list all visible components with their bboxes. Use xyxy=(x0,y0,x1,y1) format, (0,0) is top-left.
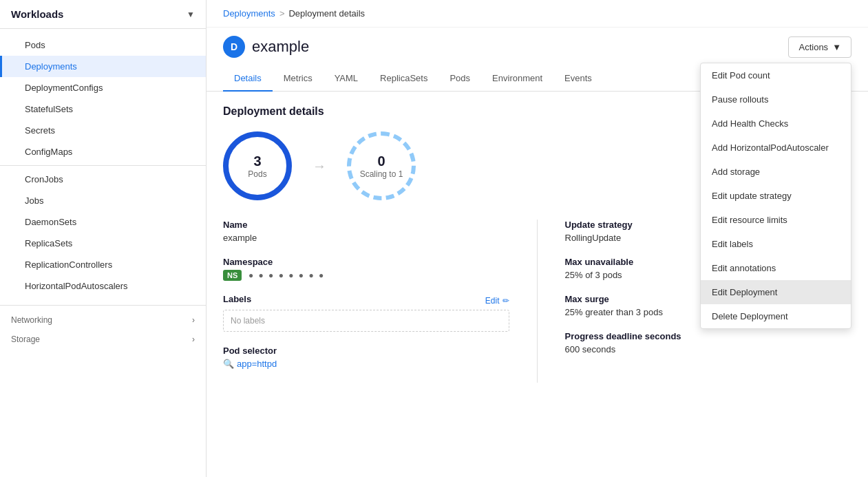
tab-details[interactable]: Details xyxy=(223,66,273,92)
dropdown-edit-annotations[interactable]: Edit annotations xyxy=(701,256,851,280)
details-left-column: Name example Namespace NS ● ● ● ● ● ● ● … xyxy=(223,220,538,383)
actions-wrapper: Actions ▼ Edit Pod count Pause rollouts … xyxy=(788,36,851,58)
progress-deadline-label: Progress deadline seconds xyxy=(565,331,852,341)
namespace-detail: Namespace NS ● ● ● ● ● ● ● ● xyxy=(223,257,509,280)
sidebar-item-deploymentconfigs[interactable]: DeploymentConfigs xyxy=(0,77,206,98)
dropdown-add-health-checks[interactable]: Add Health Checks xyxy=(701,112,851,136)
namespace-label: Namespace xyxy=(223,257,509,267)
sidebar-divider xyxy=(0,165,206,166)
namespace-text: ● ● ● ● ● ● ● ● xyxy=(248,271,325,280)
sidebar-networking-group[interactable]: Networking › xyxy=(0,308,206,328)
dropdown-edit-update-strategy[interactable]: Edit update strategy xyxy=(701,184,851,208)
dropdown-add-hpa[interactable]: Add HorizontalPodAutoscaler xyxy=(701,136,851,160)
name-value: example xyxy=(223,233,509,243)
sidebar-nav: Pods Deployments DeploymentConfigs State… xyxy=(0,29,206,302)
labels-detail: Labels Edit ✏ No labels xyxy=(223,294,509,332)
page-title: example xyxy=(252,38,309,56)
name-detail: Name example xyxy=(223,220,509,243)
tab-environment[interactable]: Environment xyxy=(481,66,553,92)
sidebar-item-statefulsets[interactable]: StatefulSets xyxy=(0,98,206,120)
name-label: Name xyxy=(223,220,509,230)
deployment-icon: D xyxy=(223,36,245,58)
sidebar-item-deployments[interactable]: Deployments xyxy=(0,56,206,77)
target-pods-circle: 0 Scaling to 1 xyxy=(347,131,416,200)
current-pods-number: 3 xyxy=(248,153,266,169)
tab-pods[interactable]: Pods xyxy=(438,66,481,92)
sidebar-item-hpa[interactable]: HorizontalPodAutoscalers xyxy=(0,275,206,297)
progress-deadline-detail: Progress deadline seconds 600 seconds xyxy=(565,331,852,354)
sidebar-item-replicationcontrollers[interactable]: ReplicationControllers xyxy=(0,254,206,275)
tab-events[interactable]: Events xyxy=(553,66,603,92)
sidebar-item-configmaps[interactable]: ConfigMaps xyxy=(0,141,206,162)
namespace-badge: NS xyxy=(223,270,242,281)
breadcrumb: Deployments > Deployment details xyxy=(207,0,868,28)
sidebar-storage-group[interactable]: Storage › xyxy=(0,328,206,347)
labels-empty-box: No labels xyxy=(223,310,509,332)
chevron-right-icon: › xyxy=(192,315,195,325)
tab-metrics[interactable]: Metrics xyxy=(273,66,324,92)
dropdown-edit-resource-limits[interactable]: Edit resource limits xyxy=(701,208,851,232)
breadcrumb-separator: > xyxy=(279,8,285,19)
current-pods-label: Pods xyxy=(248,169,266,179)
sidebar: Workloads ▼ Pods Deployments DeploymentC… xyxy=(0,0,207,477)
labels-label: Labels xyxy=(223,294,251,304)
tab-yaml[interactable]: YAML xyxy=(324,66,369,92)
breadcrumb-parent-link[interactable]: Deployments xyxy=(223,8,275,19)
namespace-value: NS ● ● ● ● ● ● ● ● xyxy=(223,270,509,280)
target-pods-number: 0 xyxy=(360,153,403,169)
current-pods-ring: 3 Pods xyxy=(223,131,292,200)
arrow-right-icon: → xyxy=(313,158,326,174)
sidebar-workloads-header[interactable]: Workloads ▼ xyxy=(0,0,206,29)
sidebar-item-jobs[interactable]: Jobs xyxy=(0,190,206,211)
sidebar-workloads-title: Workloads xyxy=(11,8,63,20)
page-header: D example Actions ▼ Edit Pod count Pause… xyxy=(207,28,868,66)
dropdown-edit-deployment[interactable]: Edit Deployment xyxy=(701,280,851,304)
sidebar-item-pods[interactable]: Pods xyxy=(0,34,206,56)
main-content: Deployments > Deployment details D examp… xyxy=(207,0,868,477)
actions-dropdown-menu: Edit Pod count Pause rollouts Add Health… xyxy=(700,63,851,329)
page-title-area: D example xyxy=(223,36,309,58)
target-pods-ring: 0 Scaling to 1 xyxy=(347,131,416,200)
sidebar-item-daemonsets[interactable]: DaemonSets xyxy=(0,211,206,233)
dropdown-edit-pod-count[interactable]: Edit Pod count xyxy=(701,63,851,87)
chevron-down-icon-actions: ▼ xyxy=(832,42,841,52)
chevron-down-icon: ▼ xyxy=(187,10,195,19)
tab-replicasets[interactable]: ReplicaSets xyxy=(369,66,438,92)
actions-button[interactable]: Actions ▼ xyxy=(788,36,851,58)
sidebar-item-cronjobs[interactable]: CronJobs xyxy=(0,169,206,190)
target-pods-label: Scaling to 1 xyxy=(360,169,403,179)
sidebar-divider-2 xyxy=(0,305,206,306)
sidebar-item-replicasets[interactable]: ReplicaSets xyxy=(0,233,206,254)
breadcrumb-current: Deployment details xyxy=(288,8,365,19)
search-icon: 🔍 xyxy=(223,359,234,369)
labels-edit-link[interactable]: Edit ✏ xyxy=(485,296,509,306)
sidebar-item-secrets[interactable]: Secrets xyxy=(0,120,206,141)
pod-selector-label: Pod selector xyxy=(223,346,509,356)
dropdown-add-storage[interactable]: Add storage xyxy=(701,160,851,184)
dropdown-pause-rollouts[interactable]: Pause rollouts xyxy=(701,87,851,112)
pod-selector-detail: Pod selector 🔍 app=httpd xyxy=(223,346,509,369)
pod-selector-link[interactable]: 🔍 app=httpd xyxy=(223,359,509,369)
progress-deadline-value: 600 seconds xyxy=(565,344,852,354)
pencil-icon: ✏ xyxy=(502,296,509,306)
current-pods-circle: 3 Pods xyxy=(223,131,292,200)
dropdown-edit-labels[interactable]: Edit labels xyxy=(701,232,851,256)
dropdown-delete-deployment[interactable]: Delete Deployment xyxy=(701,304,851,328)
chevron-right-icon-2: › xyxy=(192,335,195,344)
